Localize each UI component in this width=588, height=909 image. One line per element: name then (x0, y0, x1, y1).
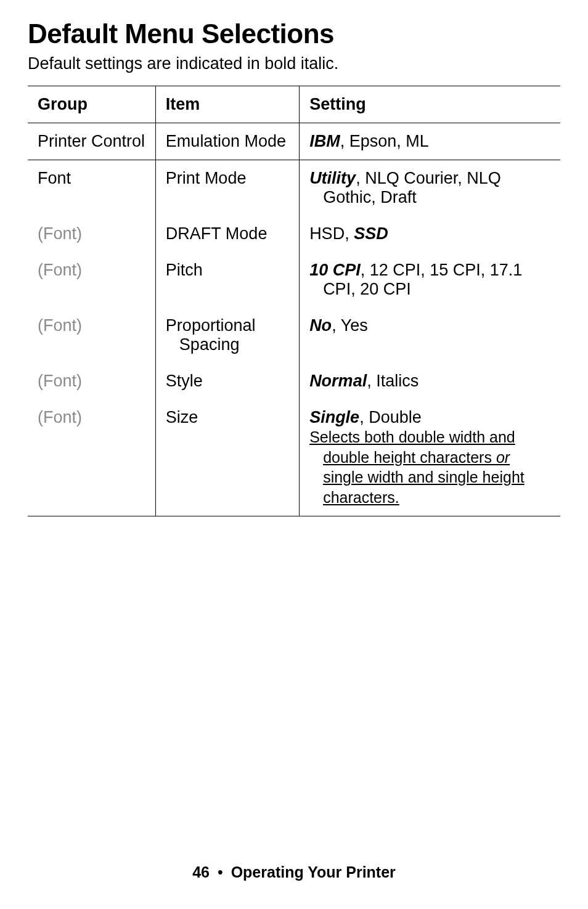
setting-rest: , Epson, ML (340, 132, 429, 150)
table-row: (Font) Size Single, Double Selects both … (28, 399, 560, 516)
setting-rest: , Italics (367, 372, 419, 390)
header-item: Item (155, 86, 299, 123)
setting-default: 10 CPI (309, 261, 361, 279)
table-row: (Font) Style Normal, Italics (28, 363, 560, 399)
footer-separator: • (218, 863, 223, 881)
cell-group: Printer Control (28, 123, 155, 160)
cell-item: Pitch (155, 252, 299, 308)
cell-group: (Font) (28, 216, 155, 252)
setting-rest: , 12 CPI, 15 CPI, 17.1 (361, 261, 523, 279)
setting-default: SSD (354, 224, 388, 243)
note-line3: single width and single height (309, 468, 525, 486)
table-row: Printer Control Emulation Mode IBM, Epso… (28, 123, 560, 160)
cell-item: ProportionalSpacing (155, 308, 299, 363)
cell-setting: Utility, NLQ Courier, NLQGothic, Draft (300, 160, 560, 216)
cell-item: Style (155, 363, 299, 399)
setting-default: Single (309, 408, 359, 426)
table-row: (Font) ProportionalSpacing No, Yes (28, 308, 560, 363)
header-setting: Setting (300, 86, 560, 123)
note-line2: double height characters (323, 449, 496, 466)
note-line1: Selects both double width and (309, 428, 515, 446)
cell-setting: No, Yes (300, 308, 560, 363)
cell-group: Font (28, 160, 155, 216)
cell-group: (Font) (28, 308, 155, 363)
cell-group: (Font) (28, 363, 155, 399)
setting-rest-line2: CPI, 20 CPI (309, 280, 554, 299)
settings-table: Group Item Setting Printer Control Emula… (28, 86, 560, 516)
setting-rest: , NLQ Courier, NLQ (356, 169, 501, 187)
setting-rest: , Double (359, 408, 422, 426)
cell-item: Emulation Mode (155, 123, 299, 160)
page-title: Default Menu Selections (28, 18, 560, 49)
cell-setting: Single, Double Selects both double width… (300, 399, 560, 516)
setting-rest-line2: Gothic, Draft (309, 188, 554, 207)
cell-setting: Normal, Italics (300, 363, 560, 399)
setting-default: No (309, 316, 332, 335)
table-row: (Font) Pitch 10 CPI, 12 CPI, 15 CPI, 17.… (28, 252, 560, 308)
cell-group: (Font) (28, 252, 155, 308)
cell-setting: HSD, SSD (300, 216, 560, 252)
setting-default: Utility (309, 169, 356, 187)
subtitle-text: Default settings are indicated in bold i… (28, 54, 560, 73)
setting-default: Normal (309, 372, 367, 390)
setting-pre: HSD, (309, 224, 354, 243)
item-line2: Spacing (166, 335, 293, 354)
table-row: (Font) DRAFT Mode HSD, SSD (28, 216, 560, 252)
note-line2-it: or (496, 449, 510, 466)
cell-setting: IBM, Epson, ML (300, 123, 560, 160)
page-footer: 46 • Operating Your Printer (0, 863, 588, 881)
cell-setting: 10 CPI, 12 CPI, 15 CPI, 17.1CPI, 20 CPI (300, 252, 560, 308)
cell-item: Print Mode (155, 160, 299, 216)
header-group: Group (28, 86, 155, 123)
table-header-row: Group Item Setting (28, 86, 560, 123)
setting-default: IBM (309, 132, 340, 150)
cell-group: (Font) (28, 399, 155, 516)
setting-note: Selects both double width and double hei… (309, 427, 554, 507)
setting-rest: , Yes (332, 316, 368, 335)
note-line4: characters. (309, 489, 399, 506)
page-number: 46 (192, 863, 210, 881)
table-row: Font Print Mode Utility, NLQ Courier, NL… (28, 160, 560, 216)
section-title: Operating Your Printer (231, 863, 396, 881)
cell-item: DRAFT Mode (155, 216, 299, 252)
cell-item: Size (155, 399, 299, 516)
item-line1: Proportional (166, 316, 256, 335)
